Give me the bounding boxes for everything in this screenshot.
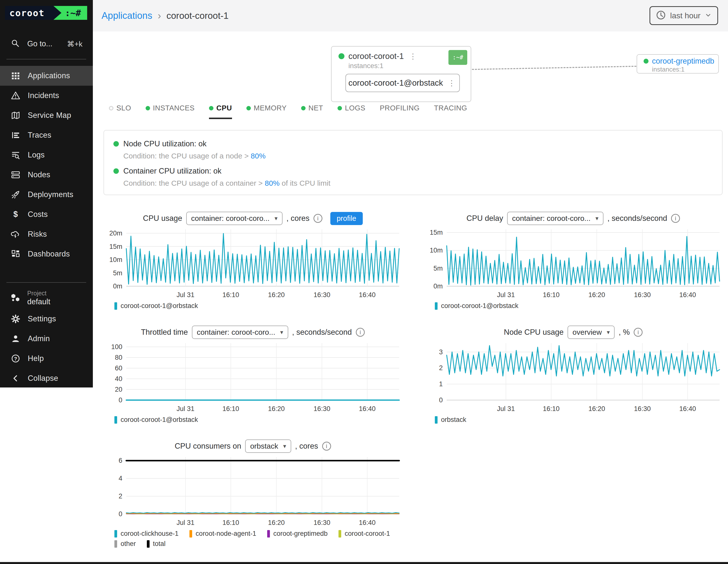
map-icon bbox=[10, 111, 21, 120]
tab-memory[interactable]: MEMORY bbox=[246, 104, 287, 119]
metric-selector[interactable]: container: coroot-coro...▾ bbox=[192, 326, 288, 339]
help-icon: ? bbox=[10, 354, 21, 363]
info-icon[interactable]: i bbox=[671, 214, 680, 223]
project-label: Project bbox=[27, 290, 50, 297]
sidebar-item-label: Applications bbox=[28, 71, 70, 80]
chart-canvas[interactable]: 0246Jul 3116:1016:2016:3016:40 bbox=[104, 454, 402, 528]
profile-button[interactable]: profile bbox=[330, 212, 363, 225]
svg-text:60: 60 bbox=[115, 364, 122, 372]
svg-text:16:20: 16:20 bbox=[588, 405, 605, 412]
chart-canvas[interactable]: 0123Jul 3116:1016:2016:3016:40 bbox=[424, 340, 723, 414]
legend-item[interactable]: total bbox=[147, 540, 166, 548]
sidebar-item-settings[interactable]: Settings bbox=[0, 309, 93, 329]
condition-text: Condition: the CPU usage of a container … bbox=[123, 179, 263, 187]
status-dot bbox=[209, 106, 213, 110]
legend-label: coroot-coroot-1@orbstack bbox=[441, 302, 519, 310]
breadcrumb-applications-link[interactable]: Applications bbox=[102, 10, 152, 21]
sidebar-item-service-map[interactable]: Service Map bbox=[0, 105, 93, 125]
metric-selector[interactable]: container: coroot-coro...▾ bbox=[186, 212, 283, 225]
legend-color-swatch bbox=[114, 416, 117, 424]
chart-title: CPU usage bbox=[143, 214, 182, 223]
kebab-menu-icon[interactable]: ⋮ bbox=[408, 52, 418, 61]
tab-cpu[interactable]: CPU bbox=[209, 104, 232, 119]
legend-item[interactable]: coroot-coroot-1@orbstack bbox=[435, 302, 519, 310]
legend-item[interactable]: coroot-greptimedb bbox=[267, 530, 328, 538]
peer-app-link[interactable]: coroot-greptimedb bbox=[652, 57, 714, 66]
sidebar-item-logs[interactable]: Logs bbox=[0, 145, 93, 165]
chart-title: Node CPU usage bbox=[504, 328, 564, 337]
tab-label: PROFILING bbox=[380, 104, 420, 112]
chevron-left-icon bbox=[10, 374, 21, 383]
chart-legend: coroot-coroot-1@orbstack bbox=[114, 416, 402, 424]
legend-item[interactable]: coroot-coroot-1 bbox=[338, 530, 390, 538]
instance-pill[interactable]: coroot-coroot-1@orbstack ⋮ bbox=[345, 74, 460, 92]
sidebar-footer-nav: Settings Admin ? Help Collapse bbox=[0, 309, 93, 388]
sidebar-item-help[interactable]: ? Help bbox=[0, 349, 93, 368]
legend-item[interactable]: orbstack bbox=[435, 416, 466, 424]
metric-selector[interactable]: container: coroot-coro...▾ bbox=[507, 212, 603, 225]
clock-icon bbox=[656, 10, 666, 21]
info-icon[interactable]: i bbox=[356, 328, 365, 337]
selector-value: overview bbox=[572, 328, 602, 336]
bottom-edge-bar bbox=[0, 562, 728, 564]
check-condition: Condition: the CPU usage of a node > 80% bbox=[123, 152, 713, 160]
sidebar-item-deployments[interactable]: Deployments bbox=[0, 185, 93, 205]
sidebar-item-label: Admin bbox=[28, 334, 50, 343]
sidebar-project-selector[interactable]: Project default bbox=[0, 287, 93, 309]
sidebar-item-costs[interactable]: $ Costs bbox=[0, 205, 93, 224]
sidebar-item-incidents[interactable]: Incidents bbox=[0, 86, 93, 105]
sidebar-item-applications[interactable]: Applications bbox=[0, 66, 93, 86]
project-name: default bbox=[27, 297, 50, 306]
legend-item[interactable]: coroot-coroot-1@orbstack bbox=[114, 302, 198, 310]
legend-label: coroot-coroot-1@orbstack bbox=[121, 302, 198, 310]
info-icon[interactable]: i bbox=[313, 214, 322, 223]
svg-text:16:20: 16:20 bbox=[268, 519, 285, 526]
tab-logs[interactable]: LOGS bbox=[338, 104, 365, 119]
chart-canvas[interactable]: 0m5m10m15mJul 3116:1016:2016:3016:40 bbox=[424, 226, 723, 301]
sidebar-item-nodes[interactable]: Nodes bbox=[0, 165, 93, 185]
dependency-link bbox=[472, 66, 636, 70]
warning-triangle-icon bbox=[10, 91, 21, 100]
condition-threshold[interactable]: 80% bbox=[265, 179, 280, 187]
node-selector[interactable]: orbstack▾ bbox=[245, 439, 291, 453]
tab-profiling[interactable]: PROFILING bbox=[380, 104, 420, 119]
instances-count: instances:1 bbox=[644, 66, 716, 73]
svg-text:2: 2 bbox=[119, 492, 122, 500]
app-card-coroot-greptimedb: coroot-greptimedb instances:1 bbox=[637, 54, 719, 74]
time-range-picker[interactable]: last hour bbox=[650, 6, 718, 25]
chart-title: CPU delay bbox=[467, 214, 503, 223]
tab-tracing[interactable]: TRACING bbox=[434, 104, 467, 119]
sidebar-item-traces[interactable]: Traces bbox=[0, 125, 93, 145]
goto-search[interactable]: Go to... ⌘+k bbox=[0, 37, 93, 51]
sidebar-divider bbox=[6, 59, 86, 59]
legend-item[interactable]: coroot-clickhouse-1 bbox=[114, 530, 179, 538]
selector-value: container: coroot-coro... bbox=[191, 214, 270, 223]
sidebar-item-label: Risks bbox=[28, 230, 47, 239]
tab-net[interactable]: NET bbox=[301, 104, 323, 119]
coroot-logo[interactable]: coroot :~# bbox=[5, 6, 87, 20]
chart-canvas[interactable]: 020406080100Jul 3116:1016:2016:3016:40 bbox=[104, 340, 402, 414]
kebab-menu-icon[interactable]: ⋮ bbox=[446, 79, 457, 87]
chart-canvas[interactable]: 0m5m10m15m20mJul 3116:1016:2016:3016:40 bbox=[104, 226, 402, 301]
svg-text:Jul 31: Jul 31 bbox=[177, 405, 194, 412]
legend-item[interactable]: coroot-coroot-1@orbstack bbox=[114, 416, 198, 424]
sidebar-item-dashboards[interactable]: Dashboards bbox=[0, 244, 93, 264]
tab-instances[interactable]: INSTANCES bbox=[146, 104, 195, 119]
sidebar-item-admin[interactable]: Admin bbox=[0, 329, 93, 349]
metric-selector[interactable]: overview▾ bbox=[568, 326, 615, 339]
sidebar-item-collapse[interactable]: Collapse bbox=[0, 368, 93, 388]
status-dot bbox=[146, 106, 150, 110]
tab-slo[interactable]: SLO bbox=[109, 104, 131, 119]
info-icon[interactable]: i bbox=[322, 442, 331, 451]
legend-label: coroot-clickhouse-1 bbox=[121, 530, 179, 538]
sidebar-item-label: Logs bbox=[28, 151, 45, 159]
svg-text:15m: 15m bbox=[109, 243, 122, 250]
server-icon bbox=[10, 170, 21, 179]
legend-item[interactable]: other bbox=[114, 540, 136, 548]
legend-item[interactable]: coroot-node-agent-1 bbox=[189, 530, 256, 538]
info-icon[interactable]: i bbox=[634, 328, 643, 337]
sidebar-item-risks[interactable]: Risks bbox=[0, 224, 93, 244]
condition-threshold[interactable]: 80% bbox=[251, 152, 266, 160]
svg-text:16:30: 16:30 bbox=[313, 291, 330, 299]
caret-down-icon: ▾ bbox=[275, 215, 278, 222]
